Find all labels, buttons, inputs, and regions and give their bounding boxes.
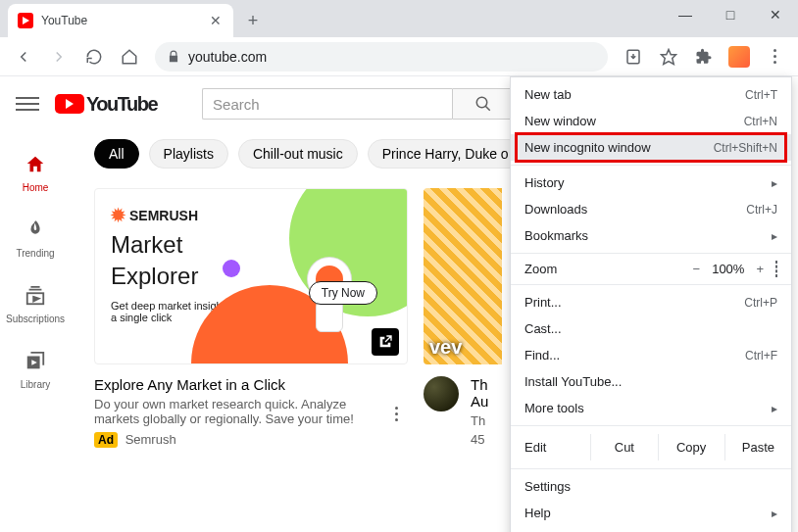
maximize-button[interactable]: □ bbox=[708, 0, 753, 29]
back-button[interactable] bbox=[8, 41, 39, 73]
menu-help[interactable]: Help▸ bbox=[511, 500, 791, 526]
video-title-line2[interactable]: Au bbox=[471, 393, 488, 410]
menu-new-tab[interactable]: New tabCtrl+T bbox=[511, 81, 791, 108]
menu-separator bbox=[511, 284, 791, 285]
close-window-button[interactable]: ✕ bbox=[753, 0, 798, 29]
cut-button[interactable]: Cut bbox=[590, 434, 657, 460]
rail-home-label: Home bbox=[23, 182, 49, 193]
rail-home[interactable]: Home bbox=[4, 139, 67, 205]
ad-thumbnail[interactable]: ✹SEMRUSH Market Explorer Get deep market… bbox=[94, 188, 408, 364]
browser-toolbar: youtube.com bbox=[0, 37, 798, 76]
trending-icon bbox=[24, 218, 47, 242]
edit-label: Edit bbox=[511, 434, 590, 460]
open-external-icon[interactable] bbox=[372, 328, 399, 356]
search-form bbox=[202, 88, 515, 120]
svg-marker-6 bbox=[33, 297, 39, 302]
chip-prince[interactable]: Prince Harry, Duke o bbox=[368, 139, 524, 169]
new-tab-button[interactable]: + bbox=[239, 7, 267, 34]
reload-button[interactable] bbox=[78, 41, 110, 73]
rail-trending[interactable]: Trending bbox=[4, 205, 67, 270]
chevron-right-icon: ▸ bbox=[772, 402, 777, 415]
ad-title[interactable]: Explore Any Market in a Click bbox=[94, 376, 373, 393]
tab-close-button[interactable]: ✕ bbox=[208, 13, 224, 28]
tab-title: YouTube bbox=[41, 14, 200, 27]
chip-chill[interactable]: Chill-out music bbox=[238, 139, 358, 169]
chip-all[interactable]: All bbox=[94, 139, 139, 169]
menu-separator bbox=[511, 165, 791, 166]
menu-edit-row: Edit Cut Copy Paste bbox=[511, 430, 791, 464]
ad-options-button[interactable] bbox=[384, 380, 408, 448]
fullscreen-button[interactable] bbox=[775, 262, 777, 276]
search-input[interactable] bbox=[202, 88, 452, 120]
video-meta-line1: Th bbox=[471, 413, 488, 428]
try-now-button[interactable]: Try Now bbox=[309, 281, 377, 305]
youtube-logo[interactable]: YouTube bbox=[55, 93, 157, 116]
search-button[interactable] bbox=[452, 88, 515, 120]
home-icon bbox=[24, 153, 47, 176]
svg-marker-2 bbox=[662, 49, 676, 64]
menu-zoom: Zoom − 100% + bbox=[511, 258, 791, 280]
mini-guide: Home Trending Subscriptions Library bbox=[0, 131, 71, 532]
chevron-right-icon: ▸ bbox=[772, 176, 777, 190]
rail-trending-label: Trending bbox=[16, 248, 54, 259]
flame-icon: ✹ bbox=[111, 205, 125, 226]
window-titlebar: YouTube ✕ + — □ ✕ bbox=[0, 0, 798, 37]
semrush-logo-text: SEMRUSH bbox=[129, 208, 198, 223]
menu-more-tools[interactable]: More tools▸ bbox=[511, 395, 791, 421]
video-thumbnail[interactable]: vev bbox=[424, 188, 502, 364]
menu-print[interactable]: Print...Ctrl+P bbox=[511, 289, 791, 315]
video-meta-line2: 45 bbox=[471, 432, 488, 447]
chip-playlists[interactable]: Playlists bbox=[149, 139, 228, 169]
menu-settings[interactable]: Settings bbox=[511, 473, 791, 500]
rail-library-label: Library bbox=[21, 379, 51, 390]
browser-tab[interactable]: YouTube ✕ bbox=[8, 4, 233, 37]
chevron-right-icon: ▸ bbox=[772, 507, 777, 520]
rail-subscriptions-label: Subscriptions bbox=[6, 314, 65, 324]
address-text: youtube.com bbox=[188, 49, 596, 65]
menu-new-incognito[interactable]: New incognito windowCtrl+Shift+N bbox=[511, 134, 791, 161]
window-controls: — □ ✕ bbox=[663, 0, 798, 29]
menu-cast[interactable]: Cast... bbox=[511, 315, 791, 342]
chrome-menu: New tabCtrl+T New windowCtrl+N New incog… bbox=[510, 76, 792, 532]
extensions-icon[interactable] bbox=[688, 41, 720, 73]
minimize-button[interactable]: — bbox=[663, 0, 708, 29]
extension-semrush-icon[interactable] bbox=[723, 41, 755, 73]
paste-button[interactable]: Paste bbox=[724, 434, 791, 460]
menu-bookmarks[interactable]: Bookmarks▸ bbox=[511, 222, 791, 249]
address-bar[interactable]: youtube.com bbox=[155, 42, 608, 72]
menu-install-youtube[interactable]: Install YouTube... bbox=[511, 368, 791, 395]
menu-exit[interactable]: Exit bbox=[511, 526, 791, 532]
subscriptions-icon bbox=[24, 284, 47, 308]
zoom-value: 100% bbox=[712, 262, 744, 276]
ad-card: ✹SEMRUSH Market Explorer Get deep market… bbox=[94, 188, 408, 448]
forward-button[interactable] bbox=[43, 41, 75, 73]
install-app-icon[interactable] bbox=[618, 41, 649, 73]
ad-description: Do your own market research quick. Analy… bbox=[94, 397, 373, 426]
bookmark-star-icon[interactable] bbox=[653, 41, 684, 73]
chrome-menu-button[interactable] bbox=[759, 41, 790, 73]
video-card: vev Th Au Th 45 bbox=[424, 188, 502, 448]
menu-find[interactable]: Find...Ctrl+F bbox=[511, 342, 791, 368]
ad-sponsor: Semrush bbox=[125, 432, 176, 447]
guide-toggle-button[interactable] bbox=[16, 92, 39, 116]
youtube-play-icon bbox=[55, 94, 84, 114]
home-button[interactable] bbox=[114, 41, 145, 73]
menu-new-window[interactable]: New windowCtrl+N bbox=[511, 108, 791, 134]
channel-avatar[interactable] bbox=[424, 376, 459, 411]
youtube-favicon bbox=[18, 13, 33, 28]
rail-library[interactable]: Library bbox=[4, 336, 67, 402]
zoom-out-button[interactable]: − bbox=[693, 262, 701, 276]
zoom-label: Zoom bbox=[524, 262, 687, 276]
svg-line-4 bbox=[485, 106, 490, 111]
video-title-line1[interactable]: Th bbox=[471, 376, 488, 393]
menu-history[interactable]: History▸ bbox=[511, 169, 791, 196]
lock-icon bbox=[167, 50, 180, 64]
copy-button[interactable]: Copy bbox=[658, 434, 724, 460]
menu-downloads[interactable]: DownloadsCtrl+J bbox=[511, 196, 791, 222]
menu-separator bbox=[511, 425, 791, 426]
menu-separator bbox=[511, 253, 791, 254]
ad-badge: Ad bbox=[94, 432, 118, 448]
zoom-in-button[interactable]: + bbox=[756, 262, 764, 276]
library-icon bbox=[24, 350, 47, 373]
rail-subscriptions[interactable]: Subscriptions bbox=[4, 270, 67, 336]
